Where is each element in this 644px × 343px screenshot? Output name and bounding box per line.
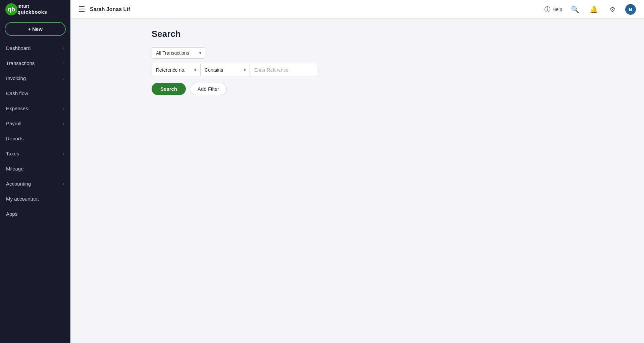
filter-condition-select[interactable]: ContainsEqualsDoes not contain	[200, 64, 250, 76]
quickbooks-logo-icon: qb	[5, 3, 17, 15]
search-icon: 🔍	[571, 5, 579, 13]
transaction-type-select[interactable]: All TransactionsInvoicesExpensesPayments…	[152, 47, 205, 59]
sidebar-item-label: Payroll	[6, 121, 21, 126]
svg-text:qb: qb	[8, 6, 15, 13]
sidebar-item-transactions[interactable]: Transactions ›	[0, 56, 70, 71]
sidebar-item-accounting[interactable]: Accounting ›	[0, 176, 70, 191]
help-label: Help	[552, 7, 562, 12]
sidebar-item-label: Mileage	[6, 166, 24, 172]
settings-button[interactable]: ⚙	[606, 3, 619, 15]
sidebar-item-mileage[interactable]: Mileage	[0, 161, 70, 176]
search-button[interactable]: Search	[152, 83, 186, 95]
filter-field-select[interactable]: Reference no.AmountDateMemoName	[152, 64, 200, 76]
sidebar-nav: Dashboard › Transactions › Invoicing › C…	[0, 41, 70, 343]
bell-icon: 🔔	[590, 5, 598, 13]
sidebar-item-dashboard[interactable]: Dashboard ›	[0, 41, 70, 56]
logo-area: qb intuitquickbooks	[0, 0, 70, 19]
chevron-right-icon: ›	[63, 182, 64, 186]
company-name: Sarah Jonas Ltf	[90, 6, 544, 12]
topbar: ☰ Sarah Jonas Ltf ⓘ Help 🔍 🔔 ⚙ B	[70, 0, 644, 19]
chevron-right-icon: ›	[63, 61, 64, 66]
help-circle-icon: ⓘ	[544, 5, 550, 13]
sidebar-item-label: Apps	[6, 211, 17, 217]
sidebar-item-invoicing[interactable]: Invoicing ›	[0, 71, 70, 86]
topbar-actions: ⓘ Help 🔍 🔔 ⚙ B	[544, 3, 636, 15]
chevron-right-icon: ›	[63, 121, 64, 126]
search-controls: All TransactionsInvoicesExpensesPayments…	[152, 47, 633, 95]
sidebar-item-expenses[interactable]: Expenses ›	[0, 101, 70, 116]
sidebar-item-label: Accounting	[6, 181, 31, 187]
help-button[interactable]: ⓘ Help	[544, 5, 562, 13]
sidebar-item-apps[interactable]: Apps	[0, 206, 70, 221]
hamburger-icon: ☰	[78, 5, 85, 14]
page-title: Search	[152, 29, 633, 39]
filter-field-wrapper: Reference no.AmountDateMemoName	[152, 64, 200, 76]
hamburger-button[interactable]: ☰	[78, 5, 85, 14]
transaction-type-wrapper: All TransactionsInvoicesExpensesPayments…	[152, 47, 205, 59]
sidebar-item-label: Transactions	[6, 60, 35, 66]
sidebar-item-label: Taxes	[6, 151, 19, 156]
sidebar-item-taxes[interactable]: Taxes ›	[0, 146, 70, 161]
reference-input[interactable]	[250, 64, 317, 76]
new-button[interactable]: + New	[5, 22, 66, 36]
chevron-right-icon: ›	[63, 76, 64, 81]
sidebar-item-my-accountant[interactable]: My accountant	[0, 191, 70, 206]
brand-name: intuitquickbooks	[17, 4, 47, 15]
chevron-right-icon: ›	[63, 151, 64, 156]
chevron-right-icon: ›	[63, 46, 64, 51]
main-content: Search All TransactionsInvoicesExpensesP…	[141, 19, 644, 343]
sidebar-item-label: My accountant	[6, 196, 39, 202]
sidebar-item-payroll[interactable]: Payroll ›	[0, 116, 70, 131]
transaction-type-row: All TransactionsInvoicesExpensesPayments…	[152, 47, 633, 59]
sidebar-item-cash-flow[interactable]: Cash flow	[0, 86, 70, 101]
add-filter-button[interactable]: Add Filter	[190, 83, 227, 95]
gear-icon: ⚙	[609, 5, 615, 13]
sidebar-item-label: Cash flow	[6, 90, 28, 96]
sidebar-item-label: Expenses	[6, 106, 28, 111]
sidebar-item-reports[interactable]: Reports	[0, 131, 70, 146]
sidebar-item-label: Invoicing	[6, 75, 26, 81]
search-button[interactable]: 🔍	[569, 3, 581, 15]
action-row: Search Add Filter	[152, 83, 633, 95]
notifications-button[interactable]: 🔔	[588, 3, 600, 15]
avatar-letter: B	[629, 7, 632, 12]
avatar-button[interactable]: B	[625, 4, 636, 15]
sidebar-item-label: Dashboard	[6, 45, 31, 51]
filter-condition-wrapper: ContainsEqualsDoes not contain	[200, 64, 250, 76]
sidebar-item-label: Reports	[6, 136, 24, 141]
filter-row: Reference no.AmountDateMemoName Contains…	[152, 64, 633, 76]
sidebar: qb intuitquickbooks + New Dashboard › Tr…	[0, 0, 70, 343]
chevron-right-icon: ›	[63, 106, 64, 111]
